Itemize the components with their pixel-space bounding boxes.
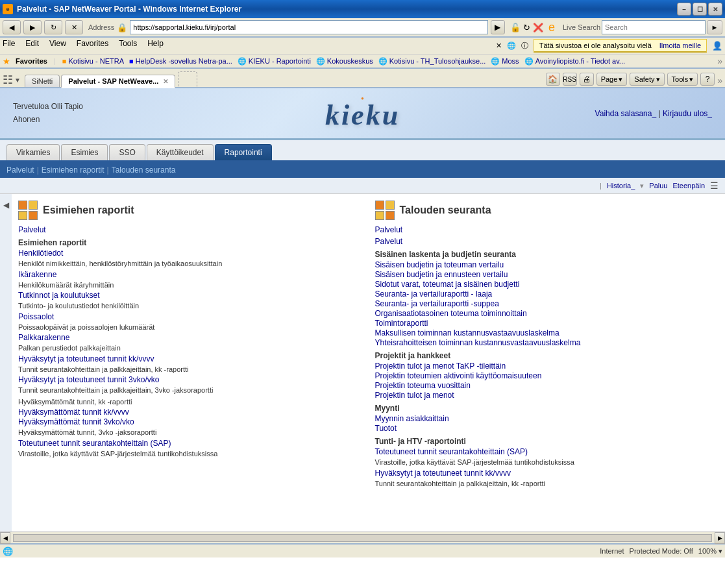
- close-button[interactable]: ✕: [708, 3, 722, 16]
- close-tab-icon[interactable]: ✕: [496, 42, 502, 50]
- nav-tab-esimies[interactable]: Esimies: [61, 144, 108, 160]
- breadcrumb-esimiehen[interactable]: Esimiehen raportit: [42, 165, 104, 175]
- link-sisainen-vertailu[interactable]: Sisäisen budjetin ja toteuman vertailu: [375, 260, 719, 269]
- historia-link[interactable]: Historia_: [607, 182, 635, 190]
- link-projekti-tulot-menot[interactable]: Projektin tulot ja menot: [375, 391, 719, 400]
- report-link[interactable]: Ilmoita meille: [659, 42, 701, 49]
- link-henkilotiedot[interactable]: Henkilötiedot: [18, 249, 362, 258]
- link-projekti-toteuma-vuosittain[interactable]: Projektin toteuma vuosittain: [375, 381, 719, 390]
- tab-sinetti[interactable]: SiNetti: [25, 75, 60, 87]
- link-hyvaksymattomat-kk[interactable]: Hyväksymättömät tunnit kk/vvvv: [18, 408, 362, 417]
- link-projekti-tulot-menot-takp[interactable]: Projektin tulot ja menot TaKP -tileittäi…: [375, 361, 719, 371]
- minimize-button[interactable]: –: [677, 3, 691, 16]
- link-r-toteutuneet-sap[interactable]: Toteutuneet tunnit seurantakohteittain (…: [375, 447, 719, 456]
- link-seuranta-suppea[interactable]: Seuranta- ja vertailuraportti -suppea: [375, 299, 719, 308]
- menu-edit[interactable]: Edit: [25, 39, 39, 53]
- breadcrumb-palvelut[interactable]: Palvelut: [6, 165, 34, 175]
- link-sidotut-varat[interactable]: Sidotut varat, toteumat ja sisäinen budj…: [375, 280, 719, 289]
- change-password-link[interactable]: Vaihda salasana_: [595, 109, 657, 118]
- portal-links: Vaihda salasana_ | Kirjaudu ulos_: [595, 109, 712, 118]
- left-palvelut-link[interactable]: Palvelut: [18, 225, 362, 234]
- ie-logo-icon: e: [548, 21, 555, 34]
- paluu-link[interactable]: Paluu: [649, 182, 667, 190]
- menu-tools[interactable]: Tools: [119, 39, 137, 53]
- link-maksullinen[interactable]: Maksullisen toiminnan kustannusvastaavuu…: [375, 328, 719, 337]
- nav-tab-raportointi[interactable]: Raportointi: [215, 144, 272, 160]
- address-input[interactable]: [130, 20, 488, 34]
- rss-button[interactable]: RSS: [563, 73, 577, 86]
- maximize-button[interactable]: ☐: [693, 3, 707, 16]
- link-tuotot[interactable]: Tuotot: [375, 424, 719, 433]
- ie-info-help-icon: ⓘ: [521, 41, 528, 51]
- page-button[interactable]: Page ▾: [596, 73, 628, 86]
- logout-link[interactable]: Kirjaudu ulos_: [663, 109, 712, 118]
- link-r-hyvaksytyt-kk[interactable]: Hyväksytyt ja toteutuneet tunnit kk/vvvv: [375, 469, 719, 478]
- breadcrumb-talouden[interactable]: Talouden seuranta: [112, 165, 176, 175]
- address-bar: ◀ ▶ ↻ ✕ Address 🔒 ▶ 🔓 ↻ ❌ e Live Search …: [0, 18, 725, 38]
- link-seuranta-laaja[interactable]: Seuranta- ja vertailuraportti - laaja: [375, 289, 719, 299]
- scroll-left-button[interactable]: ◀: [0, 532, 10, 544]
- link-yhteisrahoitteinen[interactable]: Yhteisrahoitteisen toiminnan kustannusva…: [375, 338, 719, 347]
- desc-henkilotiedot: Henkilöt nimikkeittäin, henkilöstöryhmit…: [18, 258, 362, 269]
- fav-kotisivu-netra[interactable]: ■ Kotisivu - NETRA: [62, 57, 124, 65]
- menu-view[interactable]: View: [49, 39, 66, 53]
- link-hyvaksytyt-3vko[interactable]: Hyväksytyt ja toteutuneet tunnit 3vko/vk…: [18, 375, 362, 384]
- scroll-right-button[interactable]: ▶: [715, 532, 725, 544]
- menu-file[interactable]: File: [3, 39, 15, 53]
- link-myynnin-asiakkaittain[interactable]: Myynnin asiakkaittain: [375, 414, 719, 423]
- help-button[interactable]: ?: [700, 73, 715, 86]
- right-palvelut-link-1[interactable]: Palvelut: [375, 225, 719, 234]
- search-input[interactable]: [602, 20, 706, 34]
- go-button[interactable]: ▶: [491, 20, 505, 34]
- link-hyvaksytyt-kk[interactable]: Hyväksytyt ja toteutuneet tunnit kk/vvvv: [18, 354, 362, 363]
- favorites-label[interactable]: Favorites: [16, 57, 47, 65]
- icon-yellow-2: [18, 211, 27, 220]
- link-projekti-toteumien[interactable]: Projektin toteumien aktivointi käyttöoma…: [375, 371, 719, 380]
- back-button[interactable]: ◀: [3, 20, 21, 34]
- fav-helpdesk[interactable]: ■ HelpDesk -sovellus Netra-pa...: [129, 57, 232, 65]
- menu-favorites[interactable]: Favorites: [77, 39, 108, 53]
- link-poissaolot[interactable]: Poissaolot: [18, 312, 362, 321]
- print-button[interactable]: 🖨: [580, 73, 594, 86]
- refresh-button[interactable]: ↻: [44, 20, 62, 34]
- nav-tab-sso[interactable]: SSO: [109, 144, 145, 160]
- right-palvelut-link-2[interactable]: Palvelut: [375, 237, 719, 246]
- link-toteutuneet[interactable]: Toteutuneet tunnit seurantakohteittain (…: [18, 439, 362, 448]
- link-palkkarakenne[interactable]: Palkkarakenne: [18, 333, 362, 342]
- fav-kotisivu-th[interactable]: 🌐 Kotisivu - TH_Tulosohjaukse...: [378, 57, 486, 66]
- tab-new-button[interactable]: ☷ ▼: [3, 73, 21, 87]
- eteenpain-link[interactable]: Eteenpäin: [672, 182, 705, 190]
- tab-new-empty[interactable]: [178, 71, 197, 87]
- expand-favorites-icon[interactable]: »: [717, 56, 722, 66]
- link-ikarakenne[interactable]: Ikärakenne: [18, 270, 362, 279]
- window-titlebar: e Palvelut - SAP NetWeaver Portal - Wind…: [0, 0, 725, 18]
- fav-kieku[interactable]: 🌐 KIEKU - Raportointi: [238, 57, 311, 66]
- stop-button[interactable]: ✕: [65, 20, 83, 34]
- desc-hyvaksymattomat-3vko: Hyväksymättömät tunnit, 3vko -jaksorapor…: [18, 427, 362, 438]
- desc-poissaolot: Poissaolopäivät ja poissaolojen lukumäär…: [18, 322, 362, 333]
- fav-kokouskeskus[interactable]: 🌐 Kokouskeskus: [316, 57, 373, 66]
- forward-button[interactable]: ▶: [23, 20, 42, 34]
- safety-button[interactable]: Safety ▾: [630, 73, 664, 86]
- tools-button[interactable]: Tools ▾: [667, 73, 698, 86]
- tab-palvelut[interactable]: Palvelut - SAP NetWeave... ✕: [61, 75, 175, 88]
- toggle-panel-arrow[interactable]: ◀: [0, 194, 12, 532]
- search-button[interactable]: ►: [707, 20, 722, 34]
- nav-tab-virkamies[interactable]: Virkamies: [6, 144, 60, 160]
- search-bar: Live Search ►: [563, 20, 722, 34]
- nav-tab-kayttooikeudet[interactable]: Käyttöikeudet: [147, 144, 214, 160]
- fav-icon-1: ■: [129, 57, 134, 65]
- fav-icon-5: 🌐: [491, 57, 500, 66]
- tab-close-icon[interactable]: ✕: [163, 78, 168, 85]
- menu-help[interactable]: Help: [147, 39, 164, 53]
- fav-moss[interactable]: 🌐 Moss: [491, 57, 519, 66]
- home-button[interactable]: 🏠: [546, 73, 560, 86]
- link-hyvaksymattomat-3vko[interactable]: Hyväksymättömät tunnit 3vko/vko: [18, 417, 362, 426]
- expand-icon[interactable]: »: [717, 75, 722, 86]
- link-toimintoraportti[interactable]: Toimintoraportti: [375, 319, 719, 328]
- link-sisainen-ennuste[interactable]: Sisäisen budjetin ja ennusteen vertailu: [375, 270, 719, 279]
- link-organisaatio-toteuma[interactable]: Organisaatiotasoinen toteuma toiminnoitt…: [375, 309, 719, 318]
- link-tutkinnot[interactable]: Tutkinnot ja koulutukset: [18, 291, 362, 300]
- scrollbar-track[interactable]: [13, 534, 712, 542]
- fav-avoinyliopisto[interactable]: 🌐 Avoinyliopisto.fi - Tiedot av...: [524, 57, 625, 66]
